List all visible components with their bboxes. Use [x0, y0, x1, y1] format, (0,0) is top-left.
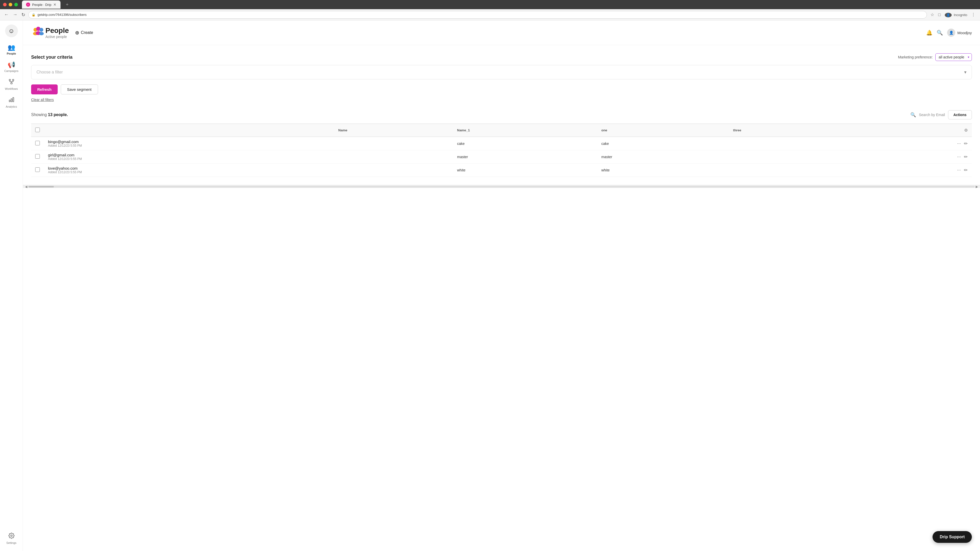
forward-btn[interactable]: → [12, 11, 18, 18]
person-email[interactable]: bingo@gmail.com [48, 140, 330, 144]
refresh-button[interactable]: Refresh [31, 84, 58, 94]
marketing-dropdown-wrap[interactable]: all active people [935, 53, 972, 61]
svg-rect-10 [13, 97, 14, 102]
criteria-header: Select your criteria Marketing preferenc… [31, 53, 972, 61]
table-controls: 🔍 Search by Email Actions [910, 110, 972, 119]
row-more-btn[interactable]: ··· [957, 167, 961, 173]
plus-icon: ⊕ [75, 30, 80, 36]
create-btn[interactable]: ⊕ Create [75, 30, 93, 36]
action-buttons: Refresh Save segment [31, 84, 972, 94]
th-gear[interactable]: ⚙ [842, 124, 972, 137]
sidebar-item-campaigns[interactable]: 📢 Campaigns [2, 59, 21, 75]
notifications-btn[interactable]: 🔔 [926, 30, 932, 36]
marketing-pref-select[interactable]: all active people [935, 53, 972, 61]
clear-filters-link[interactable]: Clear all filters [31, 98, 54, 102]
user-info[interactable]: 👤 Moodjoy [947, 29, 972, 37]
people-icon: 👥 [8, 44, 15, 51]
row-edit-btn[interactable]: ✏ [964, 167, 968, 173]
criteria-title: Select your criteria [31, 55, 73, 60]
sidebar-item-workflows-label: Workflows [5, 87, 18, 90]
user-name: Moodjoy [957, 30, 972, 35]
sidebar-item-analytics[interactable]: Analytics [2, 94, 21, 111]
row-checkbox-cell[interactable] [31, 164, 44, 177]
search-icon-btn[interactable]: 🔍 [910, 112, 916, 118]
scroll-thumb [28, 186, 54, 187]
row-edit-btn[interactable]: ✏ [964, 141, 968, 146]
drip-support-btn[interactable]: Drip Support [932, 531, 972, 543]
row-three-cell [729, 137, 842, 150]
browser-tab[interactable]: D People · Drip ✕ [22, 0, 60, 9]
scroll-left-btn[interactable]: ◀ [24, 184, 28, 189]
tab-title: People · Drip [32, 3, 51, 6]
settings-icon [8, 533, 14, 540]
scroll-track [28, 186, 975, 187]
th-one: one [597, 124, 729, 137]
bookmark-btn[interactable]: ☆ [929, 11, 935, 18]
row-more-btn[interactable]: ··· [957, 154, 961, 159]
menu-btn[interactable]: ⋮ [970, 11, 977, 18]
row-actions-cell: ··· ✏ [842, 150, 972, 164]
row-edit-btn[interactable]: ✏ [964, 154, 968, 160]
row-checkbox[interactable] [35, 141, 40, 145]
sidebar-item-workflows[interactable]: Workflows [2, 76, 21, 93]
sidebar-item-settings-label: Settings [6, 541, 17, 545]
user-profile-btn[interactable]: 👤 Incognito [943, 11, 969, 18]
window-controls[interactable] [3, 3, 18, 6]
toolbar-actions: ☆ □ 👤 Incognito ⋮ [929, 11, 977, 18]
row-checkbox-cell[interactable] [31, 137, 44, 150]
row-email-cell: girl@gmail.com Added 12/12/23 5:55 PM [44, 150, 334, 164]
people-tbody: bingo@gmail.com Added 12/12/23 5:55 PM c… [31, 137, 972, 177]
sidebar-item-people-label: People [6, 52, 16, 55]
person-added: Added 12/12/23 5:55 PM [48, 170, 330, 174]
address-bar[interactable]: 🔒 getdrip.com/7641396/subscribers [28, 11, 927, 19]
app-container: ☺ 👥 People 📢 Campaigns Workflows [0, 21, 980, 551]
filter-chevron-icon: ▾ [964, 69, 966, 75]
row-more-btn[interactable]: ··· [957, 141, 961, 146]
row-checkbox-cell[interactable] [31, 150, 44, 164]
page-header: People Active people ⊕ Create 🔔 🔍 👤 Mood… [23, 21, 980, 45]
svg-point-17 [39, 32, 44, 35]
tab-close-icon[interactable]: ✕ [53, 3, 56, 6]
main-content: People Active people ⊕ Create 🔔 🔍 👤 Mood… [23, 21, 980, 551]
th-name1: Name_1 [453, 124, 597, 137]
scroll-right-btn[interactable]: ▶ [975, 184, 979, 189]
row-actions: ··· ✏ [845, 141, 968, 146]
person-email[interactable]: love@yahoo.com [48, 166, 330, 170]
sidebar-item-settings[interactable]: Settings [2, 530, 21, 547]
global-search-btn[interactable]: 🔍 [937, 30, 943, 36]
column-settings-btn[interactable]: ⚙ [964, 128, 968, 133]
tab-favicon: D [26, 3, 30, 6]
row-one-cell: master [597, 150, 729, 164]
th-three: three [729, 124, 842, 137]
th-checkbox [31, 124, 44, 137]
workflows-icon [8, 79, 14, 86]
profile-btn[interactable]: □ [937, 11, 942, 18]
sidebar-item-people[interactable]: 👥 People [2, 41, 21, 58]
save-segment-button[interactable]: Save segment [61, 84, 98, 94]
row-one-cell: cake [597, 137, 729, 150]
maximize-window-btn[interactable] [14, 3, 18, 6]
new-tab-btn[interactable]: + [64, 1, 71, 8]
table-header: Name Name_1 one three ⚙ [31, 124, 972, 137]
row-checkbox[interactable] [35, 167, 40, 172]
filter-box[interactable]: Choose a filter ▾ [31, 65, 972, 79]
svg-point-11 [11, 535, 12, 537]
close-window-btn[interactable] [3, 3, 6, 6]
back-btn[interactable]: ← [3, 11, 10, 18]
page-subtitle: Active people [45, 35, 69, 39]
minimize-window-btn[interactable] [9, 3, 12, 6]
actions-button[interactable]: Actions [948, 110, 972, 119]
row-actions: ··· ✏ [845, 167, 968, 173]
select-all-checkbox[interactable] [35, 127, 40, 132]
row-checkbox[interactable] [35, 154, 40, 159]
url-display: getdrip.com/7641396/subscribers [38, 13, 86, 17]
svg-rect-8 [9, 100, 10, 102]
row-name1-cell: white [453, 164, 597, 177]
search-placeholder-text: Search by Email [919, 113, 945, 117]
person-email[interactable]: girl@gmail.com [48, 153, 330, 157]
row-one-cell: white [597, 164, 729, 177]
reload-btn[interactable]: ↻ [21, 11, 26, 19]
showing-text: Showing 13 people. [31, 113, 68, 117]
table-row: love@yahoo.com Added 12/12/23 5:55 PM wh… [31, 164, 972, 177]
svg-point-16 [40, 28, 43, 32]
